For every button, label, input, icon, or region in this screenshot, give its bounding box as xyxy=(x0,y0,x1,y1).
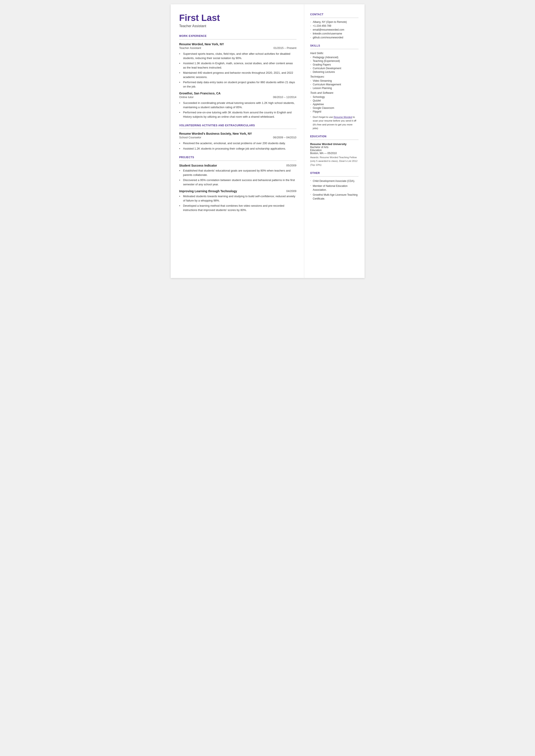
other-section: OTHER Child Development Associate (CDA).… xyxy=(310,172,358,201)
list-item: Performed daily data entry tasks on stud… xyxy=(179,80,296,89)
list-item: Assisted 1.3K students in English, math,… xyxy=(179,61,296,70)
education-title: EDUCATION xyxy=(310,135,358,138)
list-item: Succeeded in coordinating private virtua… xyxy=(179,101,296,109)
list-item: Curriculum Management xyxy=(310,83,358,86)
list-item: Delivering Lectures xyxy=(310,70,358,73)
list-item: Resolved the academic, emotional, and so… xyxy=(179,141,296,146)
list-item: Pedagogy (Advanced) xyxy=(310,56,358,59)
techniques-label: Techniques: xyxy=(310,75,358,78)
edu-location: Boston, MA — 05/2010 xyxy=(310,152,358,155)
edu-awards: Awards: Resume Worded Teaching Fellow (o… xyxy=(310,155,358,167)
list-item: Lesson Planning xyxy=(310,87,358,90)
project-1-header: Student Success Indicator 05/2009 xyxy=(179,164,296,167)
list-item: Developed a learning method that combine… xyxy=(179,204,296,212)
list-item: Child Development Associate (CDA). xyxy=(310,179,358,183)
project-1-bullets: Established that students' educational g… xyxy=(179,169,296,186)
project-2-header: Improving Learning through Technology 04… xyxy=(179,189,296,193)
project-1-name: Student Success Indicator xyxy=(179,164,217,167)
volunteer-1-company: Resume Worded's Business Society, New Yo… xyxy=(179,132,252,135)
job-2-title-row: Online tutor 06/2010 – 12/2014 xyxy=(179,96,296,100)
project-2-date: 04/2009 xyxy=(286,189,296,193)
list-item: Discovered a 95% correlation between stu… xyxy=(179,178,296,186)
volunteer-1-title-row: School Counselor 06/2009 – 04/2010 xyxy=(179,136,296,141)
other-divider xyxy=(310,176,358,177)
tools-label: Tools and Software: xyxy=(310,91,358,95)
skills-section: SKILLS Hard Skills: Pedagogy (Advanced) … xyxy=(310,44,358,130)
list-item: Appletree xyxy=(310,103,358,106)
contact-list: Albany, NY (Open to Remote) +1-234-456-7… xyxy=(310,20,358,39)
job-2-date: 06/2010 – 12/2014 xyxy=(273,96,296,99)
candidate-subtitle: Teacher Assistant xyxy=(179,24,296,28)
skills-title: SKILLS xyxy=(310,44,358,47)
list-item: Maintained 440 student progress and beha… xyxy=(179,71,296,79)
hard-skills-label: Hard Skills: xyxy=(310,52,358,55)
volunteer-1-header: Resume Worded's Business Society, New Yo… xyxy=(179,132,296,135)
list-item: Motivated students towards learning and … xyxy=(179,194,296,203)
job-2: Growthsi, San Francisco, CA Online tutor… xyxy=(179,92,296,119)
job-1-title-row: Teacher Assistant 01/2015 – Present xyxy=(179,46,296,51)
list-item: Teaching (Experienced) xyxy=(310,60,358,63)
list-item: Supervised sports teams, clubs, field tr… xyxy=(179,52,296,60)
tools-list: Schoology Quizlet Appletree Google Class… xyxy=(310,96,358,113)
contact-item: +1-234-456-789 xyxy=(310,24,358,27)
list-item: Google Classroom xyxy=(310,106,358,109)
job-1-bullets: Supervised sports teams, clubs, field tr… xyxy=(179,52,296,89)
contact-item: email@resumeworded.com xyxy=(310,28,358,31)
job-2-bullets: Succeeded in coordinating private virtua… xyxy=(179,101,296,119)
edu-field: Education xyxy=(310,149,358,152)
list-item: Video Streaming xyxy=(310,79,358,82)
list-item: Member of National Education Association… xyxy=(310,184,358,192)
volunteering-title: VOLUNTEERING ACTIVITIES AND EXTRACURRICU… xyxy=(179,124,296,127)
job-1-date: 01/2015 – Present xyxy=(273,46,296,49)
list-item: Assisted 1.2K students in processing the… xyxy=(179,147,296,151)
resume-worded-link[interactable]: Resume Worded xyxy=(333,116,352,118)
job-2-company: Growthsi, San Francisco, CA xyxy=(179,92,221,95)
projects-title: PROJECTS xyxy=(179,156,296,159)
job-2-title: Online tutor xyxy=(179,96,194,99)
work-divider xyxy=(179,39,296,40)
list-item: Growthsi Multi-Age Licensure Teaching Ce… xyxy=(310,193,358,201)
list-item: Grading Papers xyxy=(310,63,358,66)
contact-item: Albany, NY (Open to Remote) xyxy=(310,20,358,23)
contact-item: linkedin.com/in/username xyxy=(310,32,358,35)
resume-container: First Last Teacher Assistant WORK EXPERI… xyxy=(171,4,365,278)
job-1: Resume Worded, New York, NY Teacher Assi… xyxy=(179,42,296,89)
project-2-bullets: Motivated students towards learning and … xyxy=(179,194,296,212)
list-item: Flipgrid xyxy=(310,110,358,113)
volunteer-1-date: 06/2009 – 04/2010 xyxy=(273,136,296,139)
project-2-name: Improving Learning through Technology xyxy=(179,189,237,193)
job-1-title: Teacher Assistant xyxy=(179,46,201,49)
candidate-name: First Last xyxy=(179,13,296,23)
project-1: Student Success Indicator 05/2009 Establ… xyxy=(179,164,296,186)
list-item: Curriculum Development xyxy=(310,67,358,70)
left-column: First Last Teacher Assistant WORK EXPERI… xyxy=(171,4,304,278)
list-item: Performed one-on-one tutoring with 3K st… xyxy=(179,110,296,119)
job-1-header: Resume Worded, New York, NY xyxy=(179,42,296,46)
project-1-date: 05/2009 xyxy=(286,164,296,167)
job-1-company: Resume Worded, New York, NY xyxy=(179,42,224,46)
edu-school: Resume Worded University xyxy=(310,142,358,146)
contact-section: CONTACT Albany, NY (Open to Remote) +1-2… xyxy=(310,13,358,39)
work-experience-title: WORK EXPERIENCE xyxy=(179,35,296,38)
contact-item: github.com/resumeworded xyxy=(310,36,358,39)
job-2-header: Growthsi, San Francisco, CA xyxy=(179,92,296,95)
project-2: Improving Learning through Technology 04… xyxy=(179,189,296,212)
hard-skills-list: Pedagogy (Advanced) Teaching (Experience… xyxy=(310,56,358,73)
edu-degree: Bachelor of Arts xyxy=(310,146,358,149)
volunteer-1: Resume Worded's Business Society, New Yo… xyxy=(179,132,296,151)
right-column: CONTACT Albany, NY (Open to Remote) +1-2… xyxy=(304,4,365,278)
list-item: Quizlet xyxy=(310,99,358,102)
education-section: EDUCATION Resume Worded University Bache… xyxy=(310,135,358,167)
scan-note: Don't forget to use Resume Worded to sca… xyxy=(310,115,358,130)
list-item: Established that students' educational g… xyxy=(179,169,296,177)
education-block: Resume Worded University Bachelor of Art… xyxy=(310,142,358,167)
volunteer-1-bullets: Resolved the academic, emotional, and so… xyxy=(179,141,296,151)
volunteer-1-title: School Counselor xyxy=(179,136,202,139)
projects-divider xyxy=(179,160,296,161)
education-divider xyxy=(310,140,358,140)
other-list: Child Development Associate (CDA). Membe… xyxy=(310,179,358,201)
list-item: Schoology xyxy=(310,96,358,98)
techniques-list: Video Streaming Curriculum Management Le… xyxy=(310,79,358,90)
contact-title: CONTACT xyxy=(310,13,358,16)
other-title: OTHER xyxy=(310,172,358,175)
